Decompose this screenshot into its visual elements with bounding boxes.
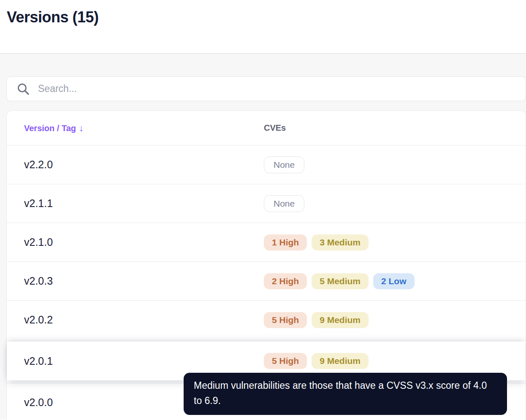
table-row[interactable]: v2.0.3 2 High5 Medium2 Low (7, 261, 526, 300)
cve-badges: 5 High9 Medium (264, 312, 369, 328)
medium-cve-tooltip: Medium vulnerabilities are those that ha… (184, 373, 507, 415)
cve-badges: None (264, 195, 304, 212)
cve-badge-none[interactable]: None (264, 195, 304, 212)
cve-badge-medium[interactable]: 5 Medium (312, 273, 369, 289)
cve-badge-low[interactable]: 2 Low (373, 273, 415, 289)
cve-badge-high[interactable]: 5 High (264, 312, 307, 328)
search-input[interactable] (6, 76, 526, 101)
content-section: Version / Tag↓ CVEs v2.2.0 None v2.1.1 N… (0, 54, 526, 420)
cve-badge-high[interactable]: 5 High (264, 353, 307, 369)
cve-badge-high[interactable]: 1 High (264, 234, 307, 250)
version-label: v2.1.1 (24, 197, 264, 210)
table-row[interactable]: v2.0.2 5 High9 Medium (7, 300, 526, 339)
version-label: v2.0.3 (24, 275, 264, 287)
cve-badge-high[interactable]: 2 High (264, 273, 307, 289)
column-header-version-tag[interactable]: Version / Tag↓ (24, 123, 264, 134)
cve-badge-medium[interactable]: 9 Medium (312, 353, 369, 369)
search-bar (6, 76, 526, 101)
version-label: v2.0.2 (24, 314, 264, 326)
version-label: v2.0.1 (24, 355, 264, 367)
table-row[interactable]: v2.1.0 1 High3 Medium (7, 223, 526, 261)
version-label: v2.1.0 (24, 236, 264, 248)
table-row[interactable]: v2.1.1 None (7, 184, 526, 223)
table-row[interactable]: v2.2.0 None (7, 145, 526, 184)
cve-badges: 5 High9 Medium (264, 353, 369, 369)
column-header-version-label: Version / Tag (24, 124, 76, 133)
sort-descending-icon: ↓ (79, 123, 84, 133)
table-header-row: Version / Tag↓ CVEs (7, 111, 526, 145)
column-header-cves[interactable]: CVEs (264, 123, 286, 133)
cve-badges: 1 High3 Medium (264, 234, 369, 250)
page-header: Versions (15) (0, 0, 526, 54)
cve-badge-medium[interactable]: 9 Medium (312, 312, 369, 328)
tooltip-text: Medium vulnerabilities are those that ha… (194, 380, 487, 406)
page-title: Versions (15) (0, 0, 526, 26)
cve-badge-medium[interactable]: 3 Medium (312, 234, 369, 250)
cve-badges: None (264, 156, 304, 173)
version-label: v2.2.0 (24, 159, 264, 171)
cve-badge-none[interactable]: None (264, 156, 304, 173)
cve-badges: 2 High5 Medium2 Low (264, 273, 415, 289)
